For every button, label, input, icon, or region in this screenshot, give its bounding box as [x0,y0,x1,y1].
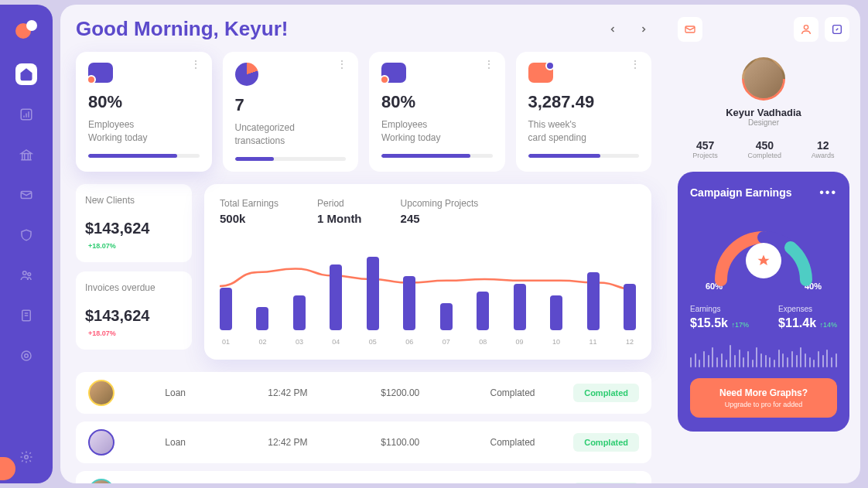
svg-point-3 [28,273,31,276]
stat-new-clients[interactable]: New Clients $143,624 +18.07% [76,184,192,262]
cell-amount: $1100.00 [349,437,452,448]
cell-status: Complated [461,387,564,398]
status-badge: Complated [573,433,639,452]
nav-security[interactable] [15,224,37,246]
svg-point-9 [804,26,808,29]
card-label: EmployeesWorking today [381,118,493,145]
card-employees-2[interactable]: ⋮ 80% EmployeesWorking today [369,52,505,172]
main-content: Good Morning, Keyur! ⋮ 80% EmployeesWork… [60,5,667,483]
stat-value: $143,624 [85,220,149,237]
campaign-title: Campaign Earnings [690,186,791,199]
chart-label: Upcoming Projects [401,198,479,209]
avatar [88,429,114,456]
cell-type: Loan [124,437,227,448]
svg-point-6 [25,354,29,358]
card-menu-icon[interactable]: ⋮ [190,63,201,66]
stat-invoices[interactable]: Invoices overdue $143,624 +18.07% [76,271,192,350]
chart-value: 500k [220,212,279,225]
stat-value: 457 [692,139,718,152]
nav-mail[interactable] [15,184,37,206]
progress-bar [88,154,200,158]
campaign-menu-icon[interactable]: ••• [819,186,837,200]
stat-label: Awards [812,152,835,159]
stat-value: $143,624 [85,307,149,325]
right-panel: Keyur Vadhadia Designer 457Projects 450C… [667,5,860,483]
x-axis: 010203040506070809101112 [220,338,636,346]
pie-icon [235,63,258,86]
gauge-chart [690,210,837,295]
chart-label: Total Earnings [220,198,279,209]
cell-type: Loan [124,387,227,398]
bar-chart [220,253,636,330]
sidebar [0,5,53,483]
card-employees[interactable]: ⋮ 80% EmployeesWorking today [76,52,212,172]
profile-name: Keyur Vadhadia [678,107,849,118]
cell-status: Complated [461,437,564,448]
upgrade-cta[interactable]: Need More Graphs? Upgrade to pro for add… [690,378,837,418]
card-menu-icon[interactable]: ⋮ [630,63,641,66]
table-row[interactable]: Loan 12:42 PM $900.00 Complated Complate… [76,471,651,483]
stat-label: Invoices overdue [85,282,183,293]
cta-sub: Upgrade to pro for added [699,401,828,408]
card-value: 3,287.49 [528,92,640,112]
card-label: EmployeesWorking today [88,118,200,145]
user-button[interactable] [794,17,818,42]
card-menu-icon[interactable]: ⋮ [337,63,347,66]
prev-arrow[interactable] [605,22,620,37]
next-arrow[interactable] [636,22,651,37]
progress-bar [381,154,493,158]
profile-role: Designer [678,118,849,127]
svg-point-7 [25,456,29,459]
card-menu-icon[interactable]: ⋮ [484,63,494,66]
stat-value: 12 [812,139,835,152]
gauge-center-icon [746,243,781,278]
logo-icon [15,20,37,42]
card-value: 80% [381,92,493,112]
card-value: 80% [88,92,200,112]
table-row[interactable]: Loan 12:42 PM $1200.00 Complated Complat… [76,372,651,414]
expenses-label: Expenses [778,305,837,313]
stat-change: +18.07% [88,242,116,250]
card-transactions[interactable]: ⋮ 7 Uncategorizedtransactions [223,52,359,172]
transactions-table: Loan 12:42 PM $1200.00 Complated Complat… [76,372,651,483]
cell-time: 12:42 PM [236,387,339,398]
card-value: 7 [235,95,347,115]
stat-value: 450 [748,139,782,152]
table-row[interactable]: Loan 12:42 PM $1100.00 Complated Complat… [76,421,651,463]
earnings-value: $15.5k [690,316,728,329]
nav-document[interactable] [15,305,37,326]
earnings-change: ↑17% [731,321,749,329]
earnings-chart: Total Earnings500k Period1 Month Upcomin… [204,184,651,360]
svg-point-2 [23,271,27,275]
earnings-label: Earnings [690,305,749,313]
expenses-value: $11.4k [778,316,816,329]
chat-icon [88,63,113,83]
avatar [88,380,114,406]
cta-title: Need More Graphs? [699,387,828,398]
progress-bar [528,154,640,158]
nav-settings[interactable] [15,446,37,468]
stat-change: +18.07% [88,329,116,337]
cell-time: 12:42 PM [236,437,339,448]
chart-label: Period [317,198,362,209]
card-label: Uncategorizedtransactions [235,121,347,148]
profile: Keyur Vadhadia Designer [678,57,849,127]
campaign-card: Campaign Earnings ••• 60% 40% Earnings $… [678,172,849,432]
sparkline [690,343,837,367]
nav-target[interactable] [15,345,37,367]
nav-home[interactable] [15,63,37,85]
mail-button[interactable] [678,17,702,42]
cell-amount: $1200.00 [349,387,452,398]
stat-label: New Clients [85,195,183,206]
nav-bank[interactable] [15,144,37,166]
edit-button[interactable] [825,17,849,42]
card-spending[interactable]: ⋮ 3,287.49 This week'scard spending [516,52,652,172]
svg-point-5 [22,351,31,360]
nav-users[interactable] [15,264,37,286]
status-badge: Complated [573,384,639,402]
nav-stats[interactable] [15,104,37,125]
stat-label: Projects [692,152,718,159]
progress-bar [235,157,347,161]
profile-avatar[interactable] [733,48,794,109]
profile-stats: 457Projects 450Completed 12Awards [678,139,849,159]
